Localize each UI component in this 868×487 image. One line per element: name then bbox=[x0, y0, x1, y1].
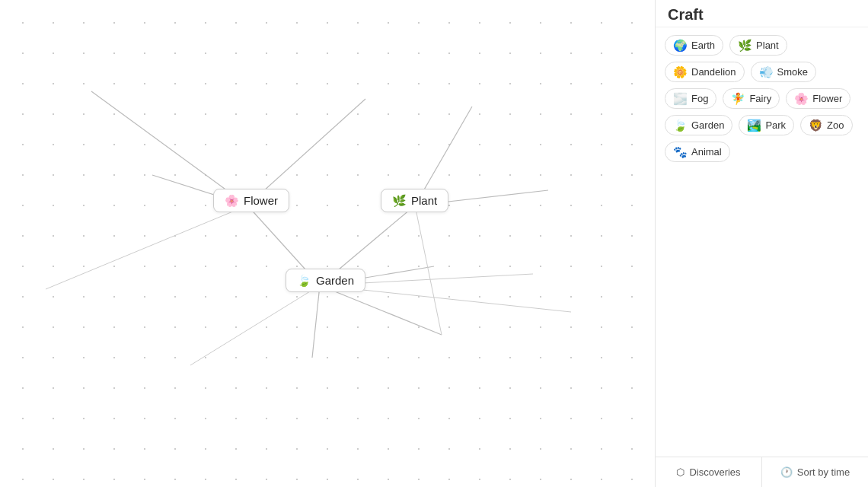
plant-node-label: Plant bbox=[411, 194, 437, 207]
sort-time-icon: 🕐 bbox=[780, 466, 793, 478]
garden-icon: 🍃 bbox=[673, 119, 688, 131]
plant-node-icon: 🌿 bbox=[392, 195, 407, 206]
tag-flower[interactable]: 🌸 Flower bbox=[786, 88, 850, 109]
flower-node-icon: 🌸 bbox=[225, 195, 239, 206]
tag-fog[interactable]: 🌫️ Fog bbox=[665, 88, 716, 109]
smoke-icon: 💨 bbox=[759, 66, 774, 78]
tag-earth-label: Earth bbox=[691, 40, 715, 51]
tag-flower-label: Flower bbox=[812, 93, 842, 104]
dandelion-icon: 🌼 bbox=[673, 66, 688, 78]
canvas-area[interactable]: 🌸 Flower 🌿 Plant 🍃 Garden bbox=[0, 0, 655, 487]
earth-icon: 🌍 bbox=[673, 40, 688, 51]
tag-earth[interactable]: 🌍 Earth bbox=[665, 35, 723, 56]
fog-icon: 🌫️ bbox=[673, 93, 688, 104]
tag-animal[interactable]: 🐾 Animal bbox=[665, 142, 730, 162]
bottom-bar: ⬡ Discoveries 🕐 Sort by time bbox=[656, 457, 868, 487]
flower-node-label: Flower bbox=[244, 194, 278, 207]
zoo-icon: 🦁 bbox=[809, 119, 823, 131]
flower-icon: 🌸 bbox=[794, 93, 809, 104]
tag-smoke[interactable]: 💨 Smoke bbox=[751, 62, 816, 82]
svg-line-7 bbox=[312, 285, 320, 358]
discoveries-button[interactable]: ⬡ Discoveries bbox=[656, 457, 762, 487]
tag-plant[interactable]: 🌿 Plant bbox=[729, 35, 787, 56]
tag-dandelion[interactable]: 🌼 Dandelion bbox=[665, 62, 745, 82]
discoveries-icon: ⬡ bbox=[676, 466, 685, 478]
animal-icon: 🐾 bbox=[673, 146, 688, 158]
svg-line-10 bbox=[415, 205, 442, 335]
tag-dandelion-label: Dandelion bbox=[691, 66, 736, 78]
tags-area: 🌍 Earth 🌿 Plant 🌼 Dandelion 💨 Smoke 🌫️ F… bbox=[656, 27, 868, 457]
tag-fairy-label: Fairy bbox=[749, 93, 771, 104]
garden-node-icon: 🍃 bbox=[297, 275, 311, 286]
graph-lines bbox=[0, 0, 655, 487]
tag-animal-label: Animal bbox=[691, 146, 722, 158]
tag-zoo-label: Zoo bbox=[827, 119, 844, 131]
flower-node[interactable]: 🌸 Flower bbox=[213, 189, 289, 212]
sidebar: Craft 🌍 Earth 🌿 Plant 🌼 Dandelion 💨 Smok… bbox=[655, 0, 868, 487]
tag-zoo[interactable]: 🦁 Zoo bbox=[800, 115, 852, 135]
garden-node-label: Garden bbox=[316, 274, 354, 287]
sort-by-time-button[interactable]: 🕐 Sort by time bbox=[762, 457, 868, 487]
park-icon: 🏞️ bbox=[747, 119, 761, 131]
tag-smoke-label: Smoke bbox=[777, 66, 808, 78]
tag-park-label: Park bbox=[765, 119, 786, 131]
plant-node[interactable]: 🌿 Plant bbox=[381, 189, 448, 212]
tag-fairy[interactable]: 🧚 Fairy bbox=[723, 88, 780, 109]
fairy-icon: 🧚 bbox=[731, 93, 745, 104]
garden-node[interactable]: 🍃 Garden bbox=[286, 269, 365, 292]
svg-line-12 bbox=[190, 285, 320, 365]
tag-garden[interactable]: 🍃 Garden bbox=[665, 115, 732, 135]
svg-line-9 bbox=[320, 285, 442, 335]
svg-line-11 bbox=[46, 205, 247, 289]
plant-icon: 🌿 bbox=[738, 40, 752, 51]
craft-label: Craft bbox=[656, 0, 868, 27]
sort-by-time-label: Sort by time bbox=[797, 466, 850, 478]
discoveries-label: Discoveries bbox=[689, 466, 740, 478]
tag-plant-label: Plant bbox=[756, 40, 779, 51]
tag-garden-label: Garden bbox=[691, 119, 724, 131]
tag-park[interactable]: 🏞️ Park bbox=[739, 115, 794, 135]
tag-fog-label: Fog bbox=[691, 93, 708, 104]
